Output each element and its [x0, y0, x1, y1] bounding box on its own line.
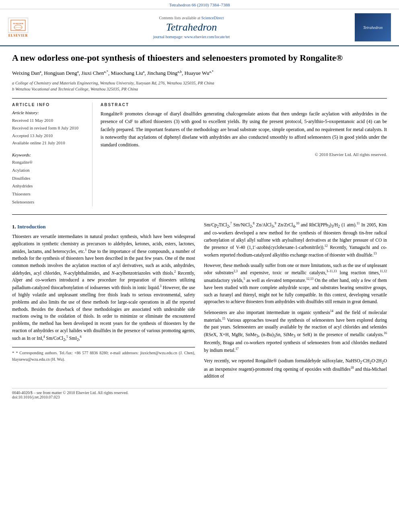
science-direct-label: Contents lists available at ScienceDirec…: [28, 16, 355, 20]
keywords-section: Keywords: Rongalite® Acylation Disulfide…: [12, 152, 86, 206]
abstract-col: ABSTRACT Rongalite® promotes cleavage of…: [101, 103, 387, 206]
abstract-copyright: © 2010 Elsevier Ltd. All rights reserved…: [101, 152, 387, 157]
body-columns: 1. Introduction Thioesters are versatile…: [12, 221, 387, 384]
journal-homepage: journal homepage: www.elsevier.com/locat…: [28, 35, 355, 39]
abstract-text: Rongalite® promotes cleavage of diaryl d…: [101, 110, 387, 149]
body-col-left: 1. Introduction Thioesters are versatile…: [12, 221, 195, 384]
keywords-heading: Keywords:: [12, 152, 86, 157]
journal-header: ELSEVIER ELSEVIER Contents lists availab…: [0, 9, 399, 46]
header-center: Contents lists available at ScienceDirec…: [28, 16, 355, 39]
keyword-anhydrides: Anhydrides: [12, 182, 86, 190]
right-para1: Sm/Cp2TiCl2,7 Sm/NiCl2,8 Zn/AlCl3,9 Zn/Z…: [204, 221, 387, 259]
header-right-brand: Tetrahedron: [355, 13, 391, 41]
top-banner: Tetrahedron 66 (2010) 7384–7388: [0, 0, 399, 9]
right-para2: However, these methods usually suffer fr…: [204, 262, 387, 306]
footnote-star: * * Corresponding authors. Tel./fax: +86…: [12, 349, 195, 363]
keyword-rongalite: Rongalite®: [12, 158, 86, 166]
svg-rect-0: [11, 20, 25, 31]
body-col-right: Sm/Cp2TiCl2,7 Sm/NiCl2,8 Zn/AlCl3,9 Zn/Z…: [204, 221, 387, 384]
article-title: A new odorless one-pot synthesis of thio…: [12, 52, 387, 64]
intro-heading: 1. Introduction: [12, 223, 195, 231]
brand-label: Tetrahedron: [363, 25, 383, 30]
history-heading: Article history:: [12, 110, 86, 115]
main-content: A new odorless one-pot synthesis of thio…: [0, 46, 399, 407]
info-abstract-section: ARTICLE INFO Article history: Received 1…: [12, 98, 387, 206]
right-para4: Very recently, we reported Rongalite® (s…: [204, 357, 387, 380]
authors-line: Weixing Dana, Hongjuan Denga, Jiuxi Chen…: [12, 69, 387, 78]
intro-number: 1.: [12, 224, 16, 230]
footnote-area: * * Corresponding authors. Tel./fax: +86…: [12, 347, 195, 363]
page-footer: 0040-4020/$ – see front matter © 2010 El…: [12, 388, 387, 399]
author-jinchang: Jinchang Ding: [147, 70, 177, 76]
affiliation-b: b Wenzhou Vocational and Technical Colle…: [12, 86, 387, 92]
abstract-label: ABSTRACT: [101, 103, 387, 107]
revised-date: Received in revised form 8 July 2010: [12, 124, 86, 132]
keyword-acylation: Acylation: [12, 166, 86, 175]
article-info-label: ARTICLE INFO: [12, 103, 86, 107]
online-date: Available online 21 July 2010: [12, 139, 86, 147]
intro-para1: Thioesters are versatile intermediates i…: [12, 233, 195, 343]
svg-text:ELSEVIER: ELSEVIER: [13, 23, 23, 25]
science-direct-link[interactable]: ScienceDirect: [201, 16, 224, 20]
author-jiuxi: Jiuxi Chen: [81, 70, 104, 76]
section-divider: [12, 214, 387, 215]
elsevier-text: ELSEVIER: [8, 34, 28, 37]
journal-title: Tetrahedron: [28, 21, 355, 33]
affiliation-a: a College of Chemistry and Materials Eng…: [12, 80, 387, 86]
article-info-col: ARTICLE INFO Article history: Received 1…: [12, 103, 93, 206]
keyword-thioesters: Thioesters: [12, 190, 86, 198]
author-weixing: Weixing Dan: [12, 70, 40, 76]
intro-title: Introduction: [17, 224, 46, 230]
footer-line1: 0040-4020/$ – see front matter © 2010 El…: [12, 390, 387, 395]
keyword-disulfides: Disulfides: [12, 175, 86, 183]
author-hongjuan: Hongjuan Deng: [44, 70, 77, 76]
header-left: ELSEVIER ELSEVIER: [8, 18, 28, 37]
author-miaochang: Miaochang Liu: [111, 70, 143, 76]
elsevier-logo: ELSEVIER ELSEVIER: [8, 18, 28, 37]
homepage-link[interactable]: journal homepage: www.elsevier.com/locat…: [153, 35, 230, 39]
author-huayue: Huayue Wu: [185, 70, 210, 76]
keyword-selenoesters: Selenoesters: [12, 198, 86, 206]
accepted-date: Accepted 13 July 2010: [12, 132, 86, 140]
footer-line2: doi:10.1016/j.tet.2010.07.023: [12, 395, 387, 399]
footnote-text: * Corresponding authors. Tel./fax: +86 5…: [12, 351, 195, 362]
affiliations: a College of Chemistry and Materials Eng…: [12, 80, 387, 93]
right-para3: Selenoesters are also important intermed…: [204, 309, 387, 354]
elsevier-logo-image: ELSEVIER: [8, 18, 28, 33]
received-date: Received 11 May 2010: [12, 117, 86, 124]
banner-text: Tetrahedron 66 (2010) 7384–7388: [169, 2, 230, 7]
